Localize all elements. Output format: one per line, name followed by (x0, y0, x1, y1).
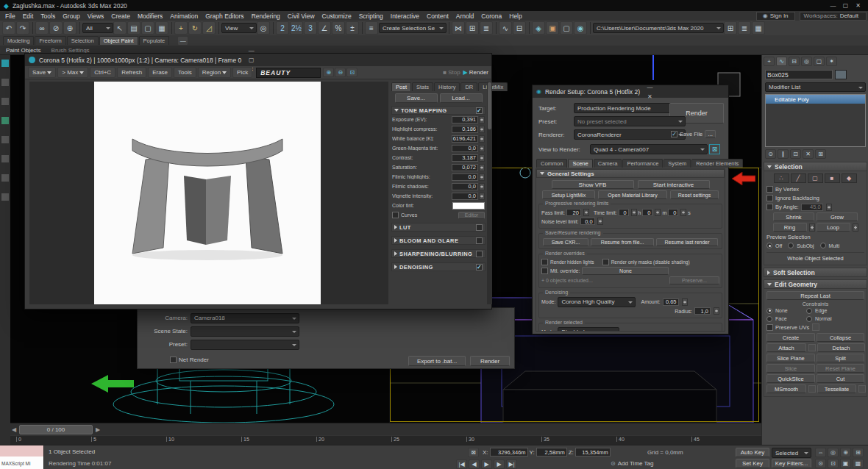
ribbon-tab-freeform[interactable]: Freeform (35, 36, 65, 45)
polygon-subobject-icon[interactable]: ■ (825, 173, 840, 183)
playback-next-icon[interactable]: ▶ (494, 459, 505, 469)
denoising-checkbox[interactable]: ✓ (476, 264, 483, 271)
render-setup-titlebar[interactable]: ◉ Render Setup: Corona 5 (Hotfix 2) — ✕ (533, 85, 728, 98)
workspaces-dropdown[interactable]: Workspaces: Default (800, 12, 867, 21)
configure-modifier-sets-icon[interactable]: ⊞ (815, 149, 826, 159)
tone-mapping-checkbox[interactable]: ✓ (476, 107, 483, 114)
time-m-value[interactable]: 0 (642, 209, 652, 216)
menu-group[interactable]: Group (59, 12, 84, 20)
vfb-minimize-icon[interactable]: — (245, 46, 257, 55)
grow-button[interactable]: Grow (817, 212, 858, 221)
preview-off-radio[interactable] (766, 243, 772, 248)
ring-button[interactable]: Ring (773, 223, 807, 232)
menu-help[interactable]: Help (505, 12, 525, 20)
preserve-uvs-settings-button[interactable] (812, 323, 819, 331)
save-file-checkbox[interactable]: ✓ (671, 131, 677, 137)
zoom-icon[interactable]: ⊕ (840, 448, 851, 457)
redo-icon[interactable]: ↷ (16, 21, 29, 35)
curves-editor-button[interactable]: Editor (458, 212, 485, 219)
lut-header[interactable]: LUT (391, 223, 485, 232)
time-h-spinner[interactable] (631, 209, 637, 216)
stack-item-editable-poly[interactable]: Editable Poly (766, 95, 865, 104)
menu-civil-view[interactable]: Civil View (284, 12, 319, 20)
menu-interactive[interactable]: Interactive (387, 12, 423, 20)
sharpening-checkbox[interactable] (476, 251, 483, 257)
vfb-region-button[interactable]: Region (198, 67, 231, 78)
menu-content[interactable]: Content (423, 12, 452, 20)
hierarchy-tab-icon[interactable]: ⊟ (789, 57, 800, 66)
radius-spinner[interactable] (714, 307, 719, 315)
menu-views[interactable]: Views (84, 12, 108, 20)
left-toolbar-icon[interactable] (1, 79, 9, 86)
vfb-titlebar[interactable]: Corona 5 (Hotfix 2) | 1000×1000px (1:2) … (25, 54, 491, 66)
shrink-button[interactable]: Shrink (773, 212, 814, 221)
timeline-prev-icon[interactable]: ◀ (12, 426, 16, 433)
reset-plane-button[interactable]: Reset Plane (817, 364, 864, 373)
named-selection-dropdown[interactable]: Create Selection Se (379, 23, 447, 33)
workspace-icon[interactable]: ≣ (738, 21, 751, 35)
vfb-tools-button[interactable]: Tools (174, 67, 196, 78)
param-value[interactable]: 0,0 (452, 145, 478, 152)
vfb-refresh-button[interactable]: Refresh (117, 67, 146, 78)
titlebar[interactable]: ◆ Zaglushka.max - Autodesk 3ds Max 2020 … (0, 0, 868, 11)
display-tab-icon[interactable]: ▢ (814, 57, 825, 66)
reset-settings-button[interactable]: Reset settings (670, 190, 719, 199)
vfb-save-button[interactable]: Save (28, 67, 56, 78)
utilities-tab-icon[interactable]: ✶ (826, 57, 837, 66)
time-m-spinner[interactable] (655, 209, 661, 216)
by-angle-value[interactable]: 45,0 (801, 204, 823, 211)
vfb-maximize-icon[interactable]: ▢ (245, 55, 257, 65)
zoom-region-icon[interactable]: ⊡ (828, 459, 839, 468)
sharpening-header[interactable]: SHARPENING/BLURRING (391, 249, 485, 258)
playback-start-icon[interactable]: |◀ (456, 459, 467, 469)
cut-button[interactable]: Cut (817, 374, 864, 383)
dialog-render-button[interactable]: Render (470, 356, 510, 366)
left-toolbar-icon[interactable] (1, 193, 9, 201)
left-toolbar-icon[interactable] (1, 155, 9, 162)
param-spinner[interactable] (479, 116, 485, 123)
menu-customize[interactable]: Customize (319, 12, 355, 20)
ring-spinner[interactable] (809, 223, 815, 232)
object-color-swatch[interactable] (835, 70, 847, 79)
select-scale-icon[interactable]: ◿ (202, 21, 216, 35)
slice-button[interactable]: Slice (766, 364, 815, 373)
tone-mapping-header[interactable]: TONE MAPPING ✓ (391, 106, 485, 115)
by-vertex-checkbox[interactable] (766, 186, 773, 193)
preset-dropdown[interactable]: No preset selected (574, 116, 686, 126)
percent-snap-icon[interactable]: % (332, 21, 345, 35)
rs-tab-system[interactable]: System (664, 159, 691, 168)
modify-tab-icon[interactable]: ∿ (776, 57, 787, 66)
param-spinner[interactable] (479, 164, 485, 171)
element-subobject-icon[interactable]: ◆ (842, 173, 857, 183)
use-pivot-icon[interactable]: ◎ (257, 21, 270, 35)
vfb-scrollbar[interactable] (487, 82, 492, 304)
post-save-button[interactable]: Save... (395, 93, 438, 103)
rendered-frame-window-icon[interactable]: ▢ (560, 21, 573, 35)
select-link-icon[interactable]: ∞ (35, 21, 49, 35)
menu-create[interactable]: Create (107, 12, 134, 20)
constraint-normal-radio[interactable] (806, 316, 812, 322)
create-button[interactable]: Create (766, 333, 815, 342)
zoom-all-icon[interactable]: ▣ (840, 459, 851, 468)
menu-edit[interactable]: Edit (19, 12, 38, 20)
bloom-glare-header[interactable]: BLOOM AND GLARE (391, 236, 485, 245)
tessellate-settings-button[interactable] (858, 385, 866, 393)
make-unique-icon[interactable]: ⊡ (790, 149, 801, 159)
split-button[interactable]: Split (817, 354, 864, 362)
render-hidden-lights-checkbox[interactable] (541, 259, 548, 265)
undo-icon[interactable]: ↶ (2, 21, 15, 35)
rs-tab-scene[interactable]: Scene (568, 159, 592, 168)
set-key-button[interactable]: Set Key (736, 459, 769, 468)
pass-limit-spinner[interactable] (583, 209, 589, 216)
param-value[interactable]: 0,186 (452, 126, 478, 133)
save-cxr-button[interactable]: Save CXR... (543, 238, 588, 246)
window-crossing-icon[interactable]: ▦ (155, 21, 168, 35)
vfb-tab-stats[interactable]: Stats (412, 82, 433, 91)
denoise-mode-dropdown[interactable]: Corona High Quality (558, 297, 636, 307)
modifier-list-dropdown[interactable]: Modifier List (765, 82, 866, 92)
param-spinner[interactable] (479, 145, 485, 152)
param-spinner[interactable] (479, 173, 485, 181)
pin-stack-icon[interactable]: ⊙ (765, 149, 776, 159)
material-editor-icon[interactable]: ◈ (532, 21, 545, 35)
key-mode-dropdown[interactable]: Selected (772, 448, 811, 458)
